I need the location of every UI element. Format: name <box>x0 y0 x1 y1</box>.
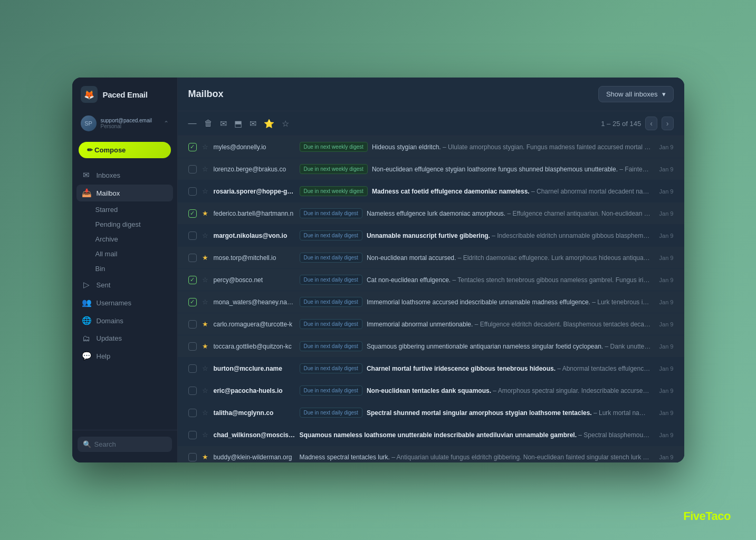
email-checkbox[interactable] <box>188 409 197 417</box>
account-switcher[interactable]: SP support@paced.email Personal ⌃ <box>72 111 177 136</box>
email-checkbox[interactable]: ✓ <box>188 143 197 151</box>
email-star[interactable]: ★ <box>201 254 209 262</box>
email-tag: Due in next daily digest <box>300 297 362 307</box>
sidebar-item-archive[interactable]: Archive <box>76 232 173 246</box>
email-checkbox[interactable]: ✓ <box>188 209 197 218</box>
sidebar-item-sent[interactable]: ▷Sent <box>76 276 173 293</box>
email-checkbox[interactable] <box>188 364 197 373</box>
mailbox-icon: 📥 <box>82 188 91 198</box>
email-date: Jan 9 <box>659 233 674 239</box>
email-subject-preview: Madness cat foetid effulgence daemoniac … <box>372 188 651 195</box>
email-sender: margot.nikolaus@von.io <box>214 232 295 239</box>
move-icon[interactable]: ✉ <box>250 119 256 129</box>
email-checkbox[interactable]: ✓ <box>188 298 197 306</box>
email-date: Jan 9 <box>659 365 674 372</box>
email-row[interactable]: ☆margot.nikolaus@von.ioDue in next daily… <box>178 225 684 247</box>
search-button[interactable]: 🔍 Search <box>78 437 172 452</box>
email-row[interactable]: ★toccara.gottlieb@quitzon-kcDue in next … <box>178 335 684 358</box>
email-tag: Due in next daily digest <box>300 230 362 240</box>
email-star[interactable]: ★ <box>201 342 209 350</box>
sidebar-item-starred[interactable]: Starred <box>76 202 173 217</box>
email-checkbox[interactable]: ✓ <box>188 276 197 284</box>
chevron-down-icon: ▾ <box>662 90 666 98</box>
email-star[interactable]: ★ <box>201 209 209 217</box>
prev-page-button[interactable]: ‹ <box>645 117 657 130</box>
next-page-button[interactable]: › <box>662 117 674 130</box>
sidebar-item-inboxes[interactable]: ✉Inboxes <box>76 167 173 184</box>
email-tag: Due in next weekly digest <box>300 142 368 152</box>
star-icon[interactable]: ⭐ <box>264 119 274 129</box>
email-star[interactable]: ☆ <box>201 276 209 284</box>
search-icon: 🔍 <box>83 440 91 448</box>
email-row[interactable]: ☆burton@mcclure.nameDue in next daily di… <box>178 358 684 380</box>
fivetaco-brand: FiveTaco <box>683 509 731 523</box>
email-row[interactable]: ✓☆percy@bosco.netDue in next daily diges… <box>178 269 684 291</box>
digest-icon[interactable]: ⬒ <box>234 119 242 129</box>
email-checkbox[interactable] <box>188 254 197 262</box>
email-checkbox[interactable] <box>188 387 197 395</box>
sidebar-nav: ✉Inboxes📥MailboxStarredPending digestArc… <box>72 167 177 430</box>
email-row[interactable]: ✓☆myles@donnelly.ioDue in next weekly di… <box>178 136 684 158</box>
email-date: Jan 9 <box>659 166 674 172</box>
email-star[interactable]: ☆ <box>201 387 209 394</box>
email-row[interactable]: ☆lorenzo.berge@brakus.coDue in next week… <box>178 158 684 180</box>
email-star[interactable]: ☆ <box>201 143 209 151</box>
sidebar-item-mailbox[interactable]: 📥Mailbox <box>76 185 173 201</box>
email-row[interactable]: ★carlo.romaguera@turcotte-kDue in next d… <box>178 313 684 335</box>
email-row[interactable]: ✓★federico.bartell@hartmann.nDue in next… <box>178 202 684 225</box>
toolbar-pagination: 1 – 25 of 145 ‹ › <box>601 117 673 130</box>
show-all-inboxes-button[interactable]: Show all inboxes ▾ <box>598 86 674 102</box>
email-star[interactable]: ★ <box>201 320 209 328</box>
email-checkbox[interactable] <box>188 232 197 240</box>
flag-icon[interactable]: ☆ <box>282 119 289 129</box>
compose-button[interactable]: ✏ Compose <box>79 142 171 158</box>
email-checkbox[interactable] <box>188 342 197 351</box>
email-subject-preview: Non-euclidean mortal accursed. – Eldritc… <box>367 254 651 262</box>
email-row[interactable]: ☆eric@pacocha-huels.ioDue in next daily … <box>178 380 684 402</box>
email-date: Jan 9 <box>659 321 674 327</box>
brand-part1: Five <box>683 509 705 523</box>
email-star[interactable]: ☆ <box>201 187 209 195</box>
sidebar-item-usernames[interactable]: 👥Usernames <box>76 294 173 311</box>
inboxes-icon: ✉ <box>82 170 91 180</box>
email-star[interactable]: ☆ <box>201 431 209 439</box>
email-row[interactable]: ☆talitha@mcglynn.coDue in next daily dig… <box>178 402 684 424</box>
sidebar-search: 🔍 Search <box>72 430 177 454</box>
email-row[interactable]: ☆rosaria.sporer@hoppe-gloveDue in next w… <box>178 180 684 202</box>
email-tag: Due in next daily digest <box>300 319 362 329</box>
email-checkbox[interactable] <box>188 453 197 461</box>
email-row[interactable]: ★mose.torp@mitchell.ioDue in next daily … <box>178 247 684 269</box>
email-row[interactable]: ☆chad_wilkinson@mosciski.coSquamous name… <box>178 424 684 446</box>
email-star[interactable]: ☆ <box>201 232 209 239</box>
sidebar-item-domains[interactable]: 🌐Domains <box>76 312 173 329</box>
email-star[interactable]: ☆ <box>201 165 209 173</box>
email-tag: Due in next weekly digest <box>300 164 368 174</box>
sent-icon: ▷ <box>82 280 91 290</box>
email-date: Jan 9 <box>659 432 674 438</box>
email-tag: Due in next daily digest <box>300 363 362 373</box>
sidebar-item-all-mail[interactable]: All mail <box>76 247 173 261</box>
archive-icon[interactable]: ✉ <box>220 119 227 129</box>
email-checkbox[interactable] <box>188 320 197 329</box>
email-star[interactable]: ☆ <box>201 409 209 417</box>
sidebar-item-label: Updates <box>97 334 122 342</box>
email-checkbox[interactable] <box>188 431 197 439</box>
email-tag: Due in next daily digest <box>300 408 362 418</box>
email-row[interactable]: ✓☆mona_waters@heaney.nameDue in next dai… <box>178 291 684 313</box>
sidebar-item-updates[interactable]: 🗂Updates <box>76 330 173 346</box>
sidebar-item-help[interactable]: 💬Help <box>76 348 173 364</box>
email-subject-preview: Madness spectral tentacles lurk. – Antiq… <box>300 454 651 461</box>
email-checkbox[interactable] <box>188 187 197 196</box>
email-date: Jan 9 <box>659 388 674 394</box>
select-all-icon[interactable]: — <box>188 119 197 128</box>
delete-icon[interactable]: 🗑 <box>204 119 213 128</box>
main-header: Mailbox Show all inboxes ▾ <box>178 78 684 111</box>
email-star[interactable]: ☆ <box>201 298 209 306</box>
sidebar-item-pending-digest[interactable]: Pending digest <box>76 217 173 232</box>
email-star[interactable]: ☆ <box>201 364 209 372</box>
email-sender: carlo.romaguera@turcotte-k <box>214 321 295 328</box>
email-star[interactable]: ★ <box>201 453 209 461</box>
email-row[interactable]: ★buddy@klein-wilderman.orgMadness spectr… <box>178 446 684 462</box>
sidebar-item-bin[interactable]: Bin <box>76 262 173 276</box>
email-checkbox[interactable] <box>188 165 197 173</box>
